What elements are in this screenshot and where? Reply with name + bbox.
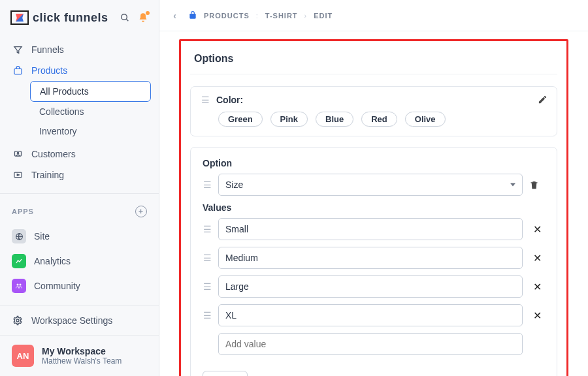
svg-point-10 — [16, 319, 19, 322]
svg-rect-2 — [14, 69, 21, 74]
svg-marker-6 — [17, 174, 19, 176]
option-value-chip[interactable]: Olive — [405, 112, 446, 127]
funnel-icon — [12, 45, 24, 55]
search-icon[interactable] — [116, 8, 134, 27]
value-input[interactable] — [218, 247, 523, 269]
app-label: Site — [34, 231, 50, 242]
add-app-button[interactable]: + — [135, 206, 147, 217]
drag-handle-icon[interactable]: ☰ — [203, 253, 212, 262]
workspace-avatar: AN — [12, 345, 34, 367]
workspace-team: Matthew Walsh's Team — [42, 356, 122, 366]
option-value-chip[interactable]: Blue — [316, 112, 353, 127]
nav-training[interactable]: Training — [0, 164, 159, 185]
app-label: Analytics — [34, 256, 71, 266]
remove-value-button[interactable]: ✕ — [529, 223, 545, 236]
breadcrumb-root[interactable]: PRODUCTS — [204, 12, 250, 20]
options-panel: Options ☰ Color: Green Pink Blue Red Oli… — [179, 39, 568, 376]
workspace-switcher[interactable]: AN My Workspace Matthew Walsh's Team — [0, 335, 159, 376]
apps-header-label: APPS — [12, 208, 34, 215]
add-value-input[interactable] — [218, 333, 523, 355]
subnav-inventory[interactable]: Inventory — [30, 121, 151, 141]
value-row: ☰ ✕ — [203, 247, 545, 269]
sidebar-header: click funnels — [0, 0, 159, 35]
nav-label: Funnels — [31, 44, 64, 55]
option-field-label: Option — [203, 158, 545, 168]
value-row: ☰ ✕ — [203, 304, 545, 326]
customers-icon — [12, 149, 24, 159]
app-site[interactable]: Site — [0, 224, 159, 249]
option-value-chip[interactable]: Pink — [270, 112, 308, 127]
drag-handle-icon[interactable]: ☰ — [203, 282, 212, 291]
divider — [0, 193, 159, 194]
primary-nav: Funnels Products All Products Collection… — [0, 35, 159, 189]
gear-icon — [12, 315, 24, 326]
value-input[interactable] — [218, 304, 523, 326]
notifications-icon[interactable] — [134, 8, 152, 27]
breadcrumb-root-icon — [188, 11, 197, 20]
option-name-select[interactable]: Size — [218, 174, 523, 196]
main: ‹ PRODUCTS : T-SHIRT › EDIT Options ☰ Co… — [159, 0, 588, 376]
option-editor-card: Option ☰ Size Values ☰ ✕ — [190, 147, 557, 376]
divider — [190, 74, 557, 74]
workspace-settings-label: Workspace Settings — [31, 315, 112, 326]
svg-line-1 — [126, 19, 128, 21]
remove-value-button[interactable]: ✕ — [529, 309, 545, 322]
svg-rect-11 — [189, 14, 195, 19]
options-title: Options — [190, 50, 557, 74]
option-name-value: Size — [225, 180, 243, 190]
option-value-chip[interactable]: Red — [361, 112, 397, 127]
breadcrumb-back[interactable]: ‹ — [169, 10, 182, 21]
svg-point-0 — [122, 14, 127, 20]
breadcrumb-item[interactable]: T-SHIRT — [265, 12, 298, 20]
drag-handle-icon[interactable]: ☰ — [201, 95, 210, 104]
brand-name: click funnels — [33, 11, 108, 25]
analytics-icon — [12, 254, 26, 268]
remove-value-button[interactable]: ✕ — [529, 281, 545, 293]
value-input[interactable] — [218, 275, 523, 298]
app-community[interactable]: Community — [0, 274, 159, 298]
workspace-settings[interactable]: Workspace Settings — [0, 306, 159, 335]
remove-value-button[interactable]: ✕ — [529, 252, 545, 264]
delete-option-button[interactable] — [529, 180, 545, 190]
subnav-all-products[interactable]: All Products — [30, 81, 151, 102]
brand-logo[interactable]: click funnels — [10, 10, 116, 25]
option-value-chip[interactable]: Green — [218, 112, 263, 127]
done-button[interactable]: Done — [203, 371, 248, 376]
svg-point-9 — [20, 284, 22, 286]
drag-handle-icon[interactable]: ☰ — [203, 180, 212, 189]
drag-handle-icon[interactable]: ☰ — [203, 225, 212, 234]
site-icon — [12, 229, 26, 243]
breadcrumb-leaf: EDIT — [314, 12, 333, 20]
products-subnav: All Products Collections Inventory — [30, 81, 151, 141]
value-row-add — [203, 333, 545, 355]
option-color-card: ☰ Color: Green Pink Blue Red Olive — [190, 86, 557, 136]
svg-point-8 — [17, 284, 19, 286]
products-icon — [12, 66, 24, 76]
svg-point-4 — [17, 152, 19, 154]
option-color-values: Green Pink Blue Red Olive — [201, 112, 546, 127]
edit-option-button[interactable] — [538, 95, 547, 104]
app-analytics[interactable]: Analytics — [0, 249, 159, 274]
nav-customers[interactable]: Customers — [0, 144, 159, 164]
brand-logo-mark — [10, 10, 29, 25]
breadcrumb: ‹ PRODUCTS : T-SHIRT › EDIT — [159, 0, 588, 31]
training-icon — [12, 170, 24, 180]
nav-label: Customers — [31, 149, 76, 159]
values-field-label: Values — [203, 202, 545, 213]
value-row: ☰ ✕ — [203, 275, 545, 298]
drag-handle-icon[interactable]: ☰ — [203, 311, 212, 320]
option-color-label: Color: — [216, 95, 243, 105]
workspace-name: My Workspace — [42, 346, 122, 356]
subnav-collections[interactable]: Collections — [30, 102, 151, 121]
apps-header: APPS + — [0, 198, 159, 224]
breadcrumb-sep: : — [256, 12, 259, 20]
nav-products[interactable]: Products — [0, 60, 159, 81]
value-row: ☰ ✕ — [203, 218, 545, 240]
app-label: Community — [34, 281, 80, 291]
nav-funnels[interactable]: Funnels — [0, 39, 159, 60]
value-input[interactable] — [218, 218, 523, 240]
breadcrumb-sep: › — [304, 12, 308, 20]
community-icon — [12, 279, 26, 293]
nav-label: Products — [31, 65, 67, 76]
nav-label: Training — [31, 170, 64, 180]
